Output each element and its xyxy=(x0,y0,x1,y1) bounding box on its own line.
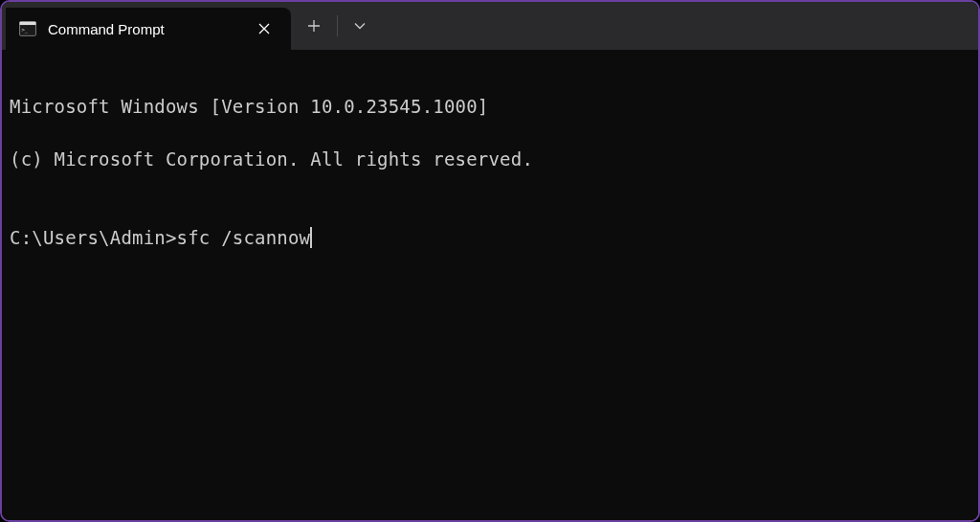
cursor xyxy=(310,227,312,248)
svg-text:>_: >_ xyxy=(21,27,28,34)
terminal-body[interactable]: Microsoft Windows [Version 10.0.23545.10… xyxy=(2,50,978,520)
prompt-line: C:\Users\Admin>sfc /scannow xyxy=(10,225,970,252)
titlebar: >_ Command Prompt xyxy=(2,2,978,50)
new-tab-button[interactable] xyxy=(291,2,337,50)
tab-command-prompt[interactable]: >_ Command Prompt xyxy=(6,8,291,50)
tab-dropdown-button[interactable] xyxy=(337,2,383,50)
svg-rect-1 xyxy=(20,22,36,25)
titlebar-controls xyxy=(291,2,383,50)
close-tab-button[interactable] xyxy=(251,15,278,42)
tab-title: Command Prompt xyxy=(48,21,165,37)
prompt-path: C:\Users\Admin> xyxy=(10,225,177,252)
command-input[interactable]: sfc /scannow xyxy=(177,225,311,252)
terminal-icon: >_ xyxy=(19,20,36,37)
output-line: Microsoft Windows [Version 10.0.23545.10… xyxy=(10,94,970,121)
output-line: (c) Microsoft Corporation. All rights re… xyxy=(10,147,970,173)
